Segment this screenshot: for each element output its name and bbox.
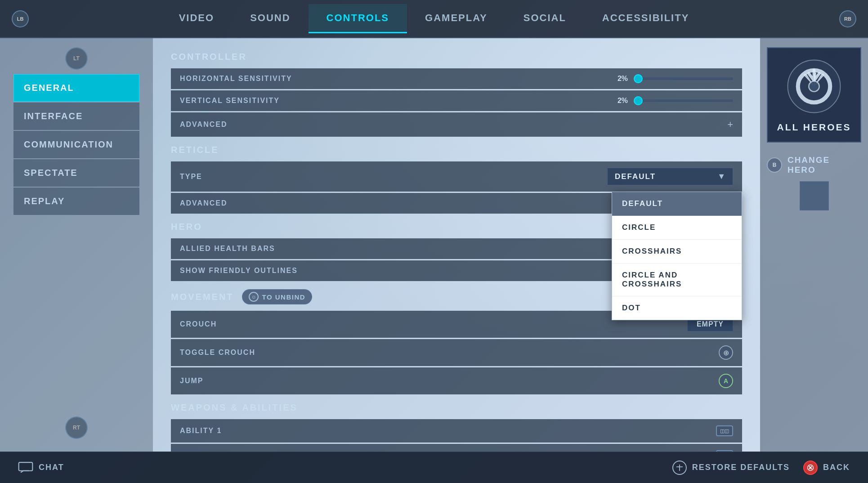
right-panel: ALL HEROES B CHANGE HERO: [760, 38, 868, 452]
vertical-sensitivity-control: 2%: [612, 97, 733, 105]
controller-section: CONTROLLER HORIZONTAL SENSITIVITY 2% VER…: [171, 52, 742, 137]
dropdown-item-default[interactable]: DEFAULT: [612, 192, 742, 216]
toggle-crouch-btn-icon: ⊕: [719, 345, 733, 360]
restore-defaults-label: RESTORE DEFAULTS: [692, 463, 790, 472]
movement-section-title: MOVEMENT: [171, 292, 234, 302]
chat-label: CHAT: [39, 463, 64, 472]
ability1-label: ABILITY 1: [180, 427, 222, 435]
unbind-icon: ⊙: [249, 292, 259, 302]
ability1-btn-icon: ◫◫: [716, 425, 733, 436]
main-layout: LT GENERAL INTERFACE COMMUNICATION SPECT…: [0, 38, 868, 452]
reticle-type-selected: DEFAULT: [615, 172, 656, 181]
sidebar-item-replay[interactable]: REPLAY: [13, 188, 139, 215]
jump-btn-icon: A: [719, 374, 733, 388]
weapons-section: WEAPONS & ABILITIES ABILITY 1 ◫◫ ABILITY…: [171, 402, 742, 452]
tab-social[interactable]: SOCIAL: [506, 4, 584, 33]
controller-section-title: CONTROLLER: [171, 52, 742, 62]
bottom-right: RESTORE DEFAULTS BACK: [672, 461, 850, 475]
bottom-left: CHAT: [18, 460, 64, 475]
dropdown-item-circle-and-crosshairs[interactable]: CIRCLE AND CROSSHAIRS: [612, 264, 742, 296]
reticle-type-label: TYPE: [180, 173, 202, 181]
dropdown-item-circle[interactable]: CIRCLE: [612, 216, 742, 240]
change-hero-label: CHANGE HERO: [787, 155, 861, 175]
bottom-bar: CHAT RESTORE DEFAULTS BACK: [0, 452, 868, 483]
reticle-section-title: RETICLE: [171, 145, 742, 155]
restore-defaults-icon: [672, 461, 687, 475]
vertical-sensitivity-label: VERTICAL SENSITIVITY: [180, 97, 280, 105]
controller-advanced-row[interactable]: ADVANCED +: [171, 112, 742, 137]
change-hero-row[interactable]: B CHANGE HERO: [767, 155, 861, 175]
overwatch-logo: [785, 57, 843, 116]
reticle-advanced-label: ADVANCED: [180, 199, 227, 207]
allied-health-bars-label: ALLIED HEALTH BARS: [180, 245, 275, 253]
tab-gameplay[interactable]: GAMEPLAY: [407, 4, 506, 33]
vertical-sensitivity-value: 2%: [612, 97, 628, 105]
rb-button[interactable]: RB: [839, 10, 856, 27]
horizontal-sensitivity-row: HORIZONTAL SENSITIVITY 2%: [171, 68, 742, 89]
chevron-down-icon: ▼: [717, 172, 725, 181]
dropdown-item-dot[interactable]: DOT: [612, 296, 742, 320]
chat-icon: [18, 460, 33, 475]
crouch-label: CROUCH: [180, 320, 217, 328]
show-friendly-outlines-label: SHOW FRIENDLY OUTLINES: [180, 267, 298, 275]
top-nav: LB VIDEO SOUND CONTROLS GAMEPLAY SOCIAL …: [0, 0, 868, 38]
lb-button[interactable]: LB: [12, 10, 29, 27]
jump-row[interactable]: JUMP A: [171, 367, 742, 394]
tab-sound[interactable]: SOUND: [232, 4, 308, 33]
restore-defaults-row[interactable]: RESTORE DEFAULTS: [672, 461, 790, 475]
tab-video[interactable]: VIDEO: [161, 4, 232, 33]
dropdown-item-crosshairs[interactable]: CROSSHAIRS: [612, 240, 742, 264]
unbind-label: TO UNBIND: [262, 293, 306, 301]
reticle-type-row: TYPE DEFAULT ▼ DEFAULT CIRCLE CROSSHAIRS…: [171, 161, 742, 192]
unbind-badge: ⊙ TO UNBIND: [242, 289, 313, 304]
tab-accessibility[interactable]: ACCESSIBILITY: [584, 4, 707, 33]
controller-advanced-expand-icon: +: [727, 119, 733, 130]
horizontal-sensitivity-slider[interactable]: [634, 77, 733, 80]
jump-label: JUMP: [180, 377, 203, 385]
ability1-row[interactable]: ABILITY 1 ◫◫: [171, 419, 742, 443]
tab-controls[interactable]: CONTROLS: [309, 4, 407, 33]
back-btn-icon: [803, 461, 818, 475]
hero-name: ALL HEROES: [777, 122, 851, 133]
ability2-row[interactable]: ABILITY 2 ◫◫: [171, 444, 742, 452]
horizontal-sensitivity-control: 2%: [612, 75, 733, 83]
nav-tabs: VIDEO SOUND CONTROLS GAMEPLAY SOCIAL ACC…: [161, 4, 707, 33]
back-row[interactable]: BACK: [803, 461, 850, 475]
horizontal-sensitivity-label: HORIZONTAL SENSITIVITY: [180, 75, 292, 83]
sidebar-item-general[interactable]: GENERAL: [13, 74, 139, 102]
reticle-section: RETICLE TYPE DEFAULT ▼ DEFAULT CIRCLE CR…: [171, 145, 742, 214]
rt-icon: RT: [65, 416, 88, 439]
change-hero-btn-icon: B: [767, 157, 782, 173]
sidebar-item-spectate[interactable]: SPECTATE: [13, 159, 139, 187]
vertical-sensitivity-slider[interactable]: [634, 99, 733, 102]
change-hero-preview: [800, 181, 829, 210]
svg-rect-5: [679, 464, 680, 470]
sidebar-item-communication[interactable]: COMMUNICATION: [13, 131, 139, 158]
weapons-section-title: WEAPONS & ABILITIES: [171, 402, 742, 413]
lt-icon: LT: [65, 47, 88, 70]
horizontal-sensitivity-value: 2%: [612, 75, 628, 83]
toggle-crouch-label: TOGGLE CROUCH: [180, 349, 255, 357]
sidebar-item-interface[interactable]: INTERFACE: [13, 103, 139, 130]
back-label: BACK: [823, 463, 850, 472]
reticle-type-dropdown[interactable]: DEFAULT ▼: [607, 168, 733, 185]
center-content: CONTROLLER HORIZONTAL SENSITIVITY 2% VER…: [153, 38, 760, 452]
sidebar: LT GENERAL INTERFACE COMMUNICATION SPECT…: [0, 38, 153, 452]
hero-card: ALL HEROES: [767, 47, 861, 143]
toggle-crouch-row[interactable]: TOGGLE CROUCH ⊕: [171, 339, 742, 366]
controller-advanced-label: ADVANCED: [180, 121, 227, 129]
reticle-type-dropdown-menu: DEFAULT CIRCLE CROSSHAIRS CIRCLE AND CRO…: [612, 192, 742, 320]
svg-rect-3: [19, 462, 33, 471]
svg-point-2: [809, 81, 819, 91]
vertical-sensitivity-row: VERTICAL SENSITIVITY 2%: [171, 90, 742, 111]
